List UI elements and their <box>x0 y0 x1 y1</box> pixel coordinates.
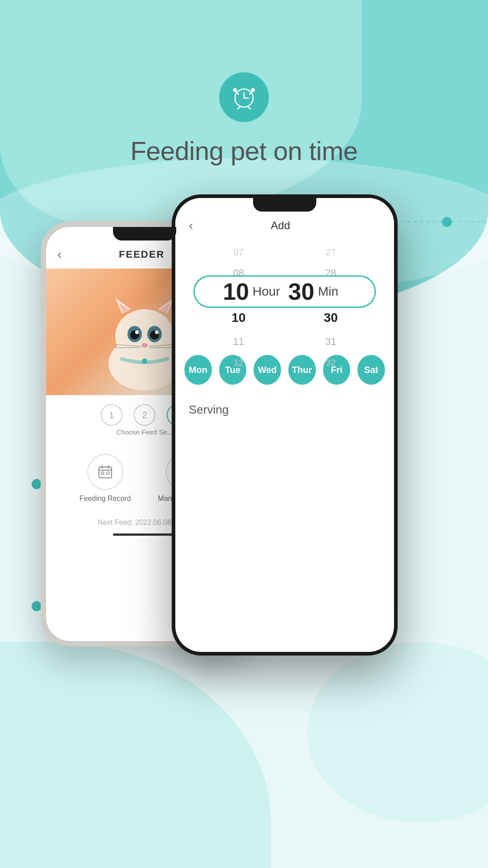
svg-point-8 <box>234 89 236 91</box>
hero-title: Feeding pet on time <box>130 136 357 166</box>
phone2: ‹ Add 07 08 09 10 11 12 <box>172 194 398 656</box>
minute-column: 27 28 29 30 31 32 <box>295 242 367 373</box>
hour-column: 07 08 09 10 11 12 <box>202 242 275 373</box>
feeding-record-action[interactable]: Feeding Record <box>80 454 131 503</box>
svg-rect-30 <box>99 467 112 478</box>
serving-section: Serving <box>175 394 394 426</box>
svg-rect-34 <box>101 472 104 474</box>
svg-line-10 <box>238 107 239 109</box>
decor-dot-3 <box>32 601 42 611</box>
bg-bottom-right <box>307 642 488 823</box>
svg-point-22 <box>135 330 139 334</box>
phone1-title: FEEDER <box>119 249 164 260</box>
phone2-inner: ‹ Add 07 08 09 10 11 12 <box>175 198 394 652</box>
alarm-icon-circle <box>219 72 269 122</box>
calendar-icon <box>97 464 113 480</box>
decor-dot-1 <box>442 217 452 227</box>
home-indicator-phone1 <box>113 533 176 536</box>
svg-point-29 <box>142 359 147 364</box>
time-wheel[interactable]: 07 08 09 10 11 12 27 28 29 30 31 32 <box>184 242 385 341</box>
step-1[interactable]: 1 <box>101 404 122 426</box>
svg-point-24 <box>141 343 148 348</box>
back-button-phone2[interactable]: ‹ <box>189 218 193 233</box>
decor-dot-2 <box>32 479 42 489</box>
phone2-title: Add <box>271 219 290 232</box>
svg-point-23 <box>155 330 159 334</box>
step-2[interactable]: 2 <box>134 404 155 426</box>
phone1-notch <box>113 227 176 241</box>
svg-line-11 <box>249 107 250 109</box>
svg-point-13 <box>115 309 174 363</box>
feeding-record-icon-circle <box>87 454 123 490</box>
phone2-notch <box>253 198 316 212</box>
alarm-clock-icon <box>230 83 258 112</box>
serving-label: Serving <box>189 403 229 416</box>
hero-section: Feeding pet on time <box>0 0 488 166</box>
back-button-phone1[interactable]: ‹ <box>57 247 61 262</box>
svg-rect-35 <box>107 472 109 474</box>
feeding-record-label: Feeding Record <box>80 495 131 503</box>
svg-point-9 <box>252 89 254 91</box>
bg-bottom-left <box>0 642 271 868</box>
time-picker-area: 07 08 09 10 11 12 27 28 29 30 31 32 <box>175 242 394 341</box>
